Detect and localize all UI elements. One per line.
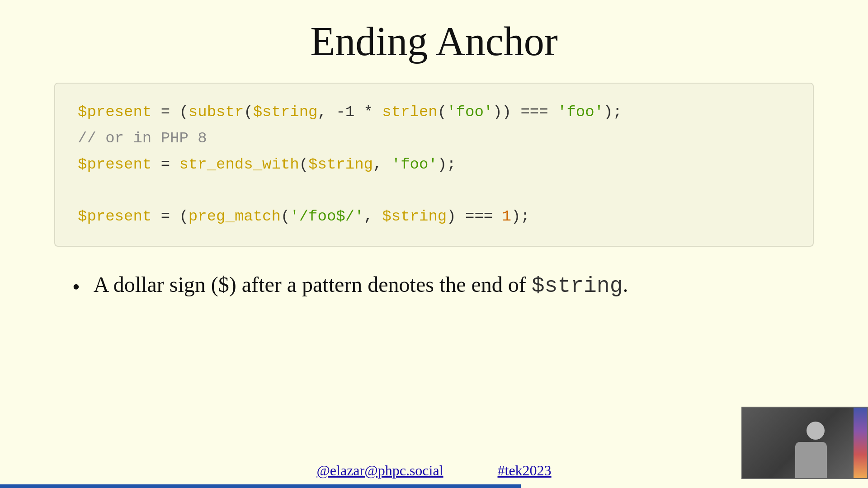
video-placeholder: [742, 408, 867, 478]
code-token: ) ===: [447, 208, 502, 225]
code-line-4: [78, 178, 790, 204]
code-line-2: // or in PHP 8: [78, 126, 790, 152]
code-token: )) ===: [493, 103, 557, 121]
code-token: =: [151, 156, 179, 173]
footer-link-social[interactable]: @elazar@phpc.social: [316, 462, 443, 479]
code-token: );: [604, 103, 622, 121]
code-token: $present: [78, 156, 151, 173]
bottom-bar: [0, 484, 521, 488]
code-token: $present: [78, 208, 151, 225]
code-token: $string: [308, 156, 373, 173]
code-token: (: [438, 103, 447, 121]
code-token: (: [244, 103, 253, 121]
code-token: $string: [253, 103, 318, 121]
code-token: 1: [502, 208, 511, 225]
code-token: (: [281, 208, 290, 225]
code-token: ,: [373, 156, 392, 173]
video-thumbnail: [741, 407, 868, 479]
code-line-3: $present = str_ends_with($string, 'foo')…: [78, 152, 790, 178]
bullet-text: A dollar sign ($) after a pattern denote…: [94, 269, 628, 301]
code-token: preg_match: [189, 208, 281, 225]
slide-container: Ending Anchor $present = (substr($string…: [0, 0, 868, 488]
code-token: = (: [151, 208, 189, 225]
code-token: 'foo': [557, 103, 604, 121]
code-token: , -1 *: [318, 103, 382, 121]
slide-title: Ending Anchor: [36, 18, 832, 65]
bullet-dot: •: [72, 272, 80, 302]
code-token: // or in PHP 8: [78, 130, 207, 147]
code-token: '/foo$/': [290, 208, 363, 225]
bullet-section: • A dollar sign ($) after a pattern deno…: [36, 269, 832, 302]
code-line-1: $present = (substr($string, -1 * strlen(…: [78, 99, 790, 126]
banner-decoration: [854, 408, 867, 478]
person-body: [795, 442, 827, 478]
code-token: $string: [382, 208, 447, 225]
footer: @elazar@phpc.social #tek2023: [0, 462, 868, 479]
code-token: );: [511, 208, 530, 225]
presenter-silhouette: [795, 422, 827, 478]
code-token: 'foo': [392, 156, 438, 173]
code-token: = (: [151, 103, 189, 121]
code-token: $present: [78, 103, 151, 121]
code-token: ,: [364, 208, 382, 225]
footer-link-hashtag[interactable]: #tek2023: [498, 462, 552, 479]
code-inline-string: $string: [532, 274, 623, 298]
code-token: str_ends_with: [179, 156, 299, 173]
code-token: strlen: [382, 103, 437, 121]
person-head: [807, 422, 825, 440]
code-block: $present = (substr($string, -1 * strlen(…: [54, 83, 814, 247]
code-token: 'foo': [447, 103, 493, 121]
code-token: substr: [189, 103, 244, 121]
code-token: );: [438, 156, 456, 173]
code-token: (: [299, 156, 308, 173]
bullet-item-1: • A dollar sign ($) after a pattern deno…: [72, 269, 796, 302]
code-line-5: $present = (preg_match('/foo$/', $string…: [78, 204, 790, 230]
